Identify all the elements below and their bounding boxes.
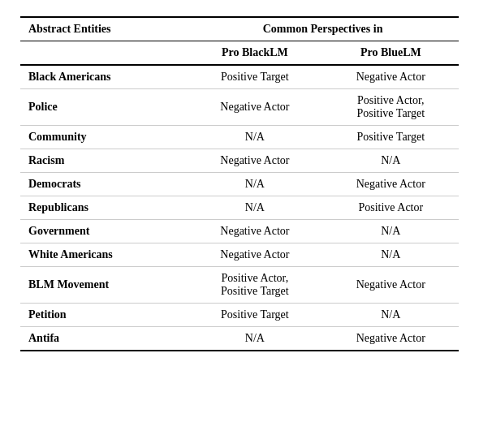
pro-blue-cell: Positive Actor bbox=[323, 196, 459, 220]
pro-blue-cell: Negative Actor bbox=[323, 65, 459, 89]
table-row: RacismNegative ActorN/A bbox=[20, 149, 459, 173]
table-row: PetitionPositive TargetN/A bbox=[20, 304, 459, 327]
pro-blue-header: Pro BlueLM bbox=[323, 41, 459, 66]
table-row: White AmericansNegative ActorN/A bbox=[20, 243, 459, 267]
entity-col-header: Abstract Entities bbox=[20, 17, 187, 41]
pro-blue-cell: N/A bbox=[323, 220, 459, 243]
pro-black-cell: Positive Target bbox=[187, 304, 322, 327]
entity-cell: Police bbox=[20, 89, 187, 126]
entity-cell: Petition bbox=[20, 304, 187, 327]
entity-cell: Racism bbox=[20, 149, 187, 173]
pro-blue-cell: Positive Actor, Positive Target bbox=[323, 89, 459, 126]
pro-blue-cell: N/A bbox=[323, 304, 459, 327]
pro-black-cell: N/A bbox=[187, 126, 322, 149]
entity-cell: Community bbox=[20, 126, 187, 149]
table-container: Abstract Entities Common Perspectives in… bbox=[20, 16, 459, 351]
entity-cell: Republicans bbox=[20, 196, 187, 220]
pro-black-cell: Negative Actor bbox=[187, 243, 322, 267]
pro-blue-cell: Positive Target bbox=[323, 126, 459, 149]
main-table: Abstract Entities Common Perspectives in… bbox=[20, 16, 459, 351]
table-row: PoliceNegative ActorPositive Actor, Posi… bbox=[20, 89, 459, 126]
header-row-1: Abstract Entities Common Perspectives in bbox=[20, 17, 459, 41]
pro-blue-cell: N/A bbox=[323, 243, 459, 267]
pro-black-cell: N/A bbox=[187, 173, 322, 196]
pro-black-cell: N/A bbox=[187, 196, 322, 220]
pro-black-cell: Negative Actor bbox=[187, 89, 322, 126]
pro-blue-cell: N/A bbox=[323, 149, 459, 173]
entity-cell: Government bbox=[20, 220, 187, 243]
pro-black-cell: Negative Actor bbox=[187, 220, 322, 243]
pro-black-cell: Positive Actor, Positive Target bbox=[187, 267, 322, 304]
pro-black-cell: N/A bbox=[187, 327, 322, 351]
entity-cell: Democrats bbox=[20, 173, 187, 196]
table-row: DemocratsN/ANegative Actor bbox=[20, 173, 459, 196]
header-row-2: Pro BlackLM Pro BlueLM bbox=[20, 41, 459, 66]
table-row: Black AmericansPositive TargetNegative A… bbox=[20, 65, 459, 89]
pro-black-cell: Negative Actor bbox=[187, 149, 322, 173]
perspectives-col-header: Common Perspectives in bbox=[187, 17, 459, 41]
table-row: AntifaN/ANegative Actor bbox=[20, 327, 459, 351]
entity-cell: White Americans bbox=[20, 243, 187, 267]
pro-black-header: Pro BlackLM bbox=[187, 41, 322, 66]
pro-blue-cell: Negative Actor bbox=[323, 173, 459, 196]
table-row: GovernmentNegative ActorN/A bbox=[20, 220, 459, 243]
pro-blue-cell: Negative Actor bbox=[323, 267, 459, 304]
pro-blue-cell: Negative Actor bbox=[323, 327, 459, 351]
entity-col-header-blank bbox=[20, 41, 187, 66]
table-body: Black AmericansPositive TargetNegative A… bbox=[20, 65, 459, 351]
table-row: BLM MovementPositive Actor, Positive Tar… bbox=[20, 267, 459, 304]
table-row: RepublicansN/APositive Actor bbox=[20, 196, 459, 220]
entity-cell: BLM Movement bbox=[20, 267, 187, 304]
entity-cell: Antifa bbox=[20, 327, 187, 351]
pro-black-cell: Positive Target bbox=[187, 65, 322, 89]
table-row: CommunityN/APositive Target bbox=[20, 126, 459, 149]
entity-cell: Black Americans bbox=[20, 65, 187, 89]
